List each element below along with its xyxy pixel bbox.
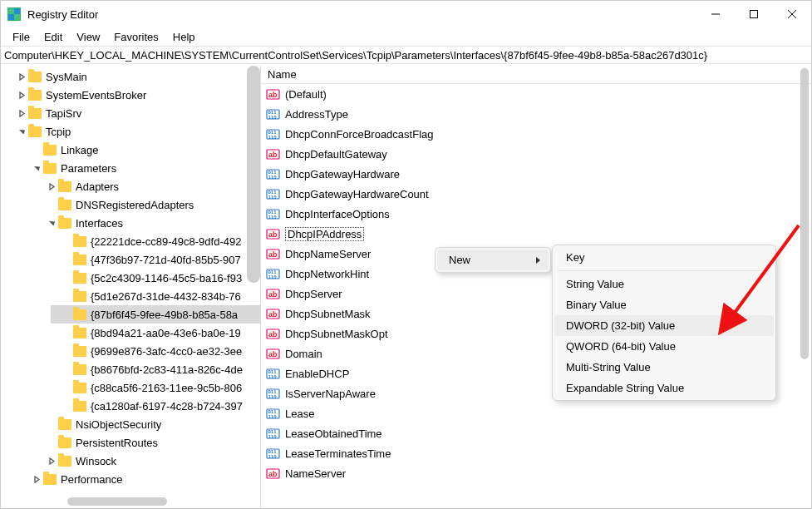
context-item[interactable]: QWORD (64-bit) Value	[554, 336, 774, 357]
context-item-label: Multi-String Value	[566, 361, 651, 373]
expander-icon[interactable]	[46, 437, 57, 448]
list-row[interactable]: abDhcpDefaultGateway	[261, 144, 798, 164]
expander-icon[interactable]	[46, 180, 57, 192]
tree-row[interactable]: Linkage	[1, 141, 260, 159]
menubar: File Edit View Favorites Help	[1, 27, 811, 46]
expander-icon[interactable]	[61, 290, 72, 302]
tree-row[interactable]: {8bd94a21-aa0e-43e6-ba0e-19	[1, 324, 260, 342]
context-item-new[interactable]: New	[437, 250, 549, 270]
expander-icon[interactable]	[31, 473, 42, 485]
binary-value-icon: 011110	[266, 427, 280, 441]
tree-row[interactable]: PersistentRoutes	[1, 433, 260, 452]
menu-file[interactable]: File	[6, 29, 37, 45]
expander-icon[interactable]	[46, 199, 57, 210]
tree-row[interactable]: Interfaces	[1, 214, 260, 232]
list-row[interactable]: abNameServer	[261, 463, 798, 483]
expander-icon[interactable]	[31, 144, 42, 156]
tree-row[interactable]: Parameters	[1, 159, 260, 177]
string-value-icon: ab	[266, 87, 280, 101]
expander-icon[interactable]	[46, 418, 57, 430]
context-item[interactable]: DWORD (32-bit) Value	[554, 315, 774, 336]
list-row-name: DhcpDefaultGateway	[285, 148, 387, 161]
context-item[interactable]: Expandable String Value	[554, 378, 774, 398]
list-row[interactable]: abDhcpIPAddress	[261, 224, 798, 244]
tree-row[interactable]: {b8676bfd-2c83-411a-826c-4de	[1, 360, 260, 378]
tree-row-label: Interfaces	[76, 217, 123, 230]
tree-row[interactable]: TapiSrv	[1, 104, 260, 122]
svg-text:ab: ab	[268, 230, 278, 239]
expander-icon[interactable]	[61, 327, 72, 339]
close-button[interactable]	[773, 1, 811, 27]
tree-row[interactable]: Performance	[1, 470, 260, 488]
list-row[interactable]: 011110DhcpGatewayHardwareCount	[261, 184, 798, 204]
expander-icon[interactable]	[16, 126, 27, 137]
expander-icon[interactable]	[61, 400, 72, 412]
folder-icon	[73, 273, 86, 284]
expander-icon[interactable]	[61, 363, 72, 375]
tree-row[interactable]: {5c2c4309-1146-45c5-ba16-f93	[1, 269, 260, 287]
tree-row[interactable]: {c88ca5f6-2163-11ee-9c5b-806	[1, 378, 260, 397]
expander-icon[interactable]	[61, 309, 72, 320]
expander-icon[interactable]	[31, 162, 42, 174]
expander-icon[interactable]	[61, 235, 72, 247]
list-row[interactable]: 011110AddressType	[261, 104, 798, 124]
list-row[interactable]: 011110DhcpGatewayHardware	[261, 164, 798, 184]
list-row-name: DhcpInterfaceOptions	[285, 208, 390, 220]
context-item[interactable]: Multi-String Value	[554, 357, 774, 378]
menu-favorites[interactable]: Favorites	[107, 29, 165, 45]
tree-row[interactable]: SystemEventsBroker	[1, 86, 260, 104]
context-item-label: Expandable String Value	[566, 382, 684, 394]
expander-icon[interactable]	[46, 217, 57, 229]
minimize-button[interactable]	[696, 1, 735, 27]
list-row[interactable]: 011110Lease	[261, 403, 798, 423]
menu-view[interactable]: View	[70, 29, 106, 45]
list-header[interactable]: Name	[261, 66, 811, 84]
expander-icon[interactable]	[61, 254, 72, 265]
svg-text:ab: ab	[268, 151, 278, 159]
expander-icon[interactable]	[16, 71, 27, 82]
list-row[interactable]: 011110DhcpInterfaceOptions	[261, 204, 798, 224]
list-vertical-scrollbar[interactable]	[800, 68, 809, 359]
tree-row[interactable]: {22221dce-cc89-49c8-9dfd-492	[1, 232, 260, 250]
tree-row[interactable]: Tcpip	[1, 122, 260, 141]
tree-horizontal-scrollbar[interactable]	[1, 495, 260, 508]
tree-row-label: PersistentRoutes	[76, 437, 158, 449]
tree-row-label: Parameters	[61, 162, 116, 175]
expander-icon[interactable]	[16, 107, 27, 119]
list-row[interactable]: 011110DhcpConnForceBroadcastFlag	[261, 124, 798, 144]
menu-help[interactable]: Help	[166, 29, 202, 45]
context-item[interactable]: Key	[554, 247, 774, 268]
svg-text:110: 110	[268, 373, 278, 378]
list-row-name: DhcpNetworkHint	[285, 268, 369, 280]
expander-icon[interactable]	[61, 382, 72, 393]
tree-row[interactable]: {5d1e267d-31de-4432-834b-76	[1, 287, 260, 305]
expander-icon[interactable]	[16, 89, 27, 101]
context-item[interactable]: String Value	[554, 274, 774, 294]
list-row-name: (Default)	[285, 88, 327, 101]
tree-row[interactable]: Winsock	[1, 452, 260, 470]
context-item[interactable]: Binary Value	[554, 294, 774, 315]
tree-row[interactable]: {87bf6f45-9fee-49b8-b85a-58a	[1, 305, 260, 324]
tree-row[interactable]: SysMain	[1, 67, 260, 86]
tree-row[interactable]: {47f36b97-721d-40fd-85b5-907	[1, 250, 260, 269]
menu-edit[interactable]: Edit	[37, 29, 69, 45]
maximize-button[interactable]	[735, 1, 773, 27]
tree-row-label: Linkage	[61, 144, 99, 156]
tree-row[interactable]: Adapters	[1, 177, 260, 195]
expander-icon[interactable]	[61, 272, 72, 284]
tree-row-label: {87bf6f45-9fee-49b8-b85a-58a	[91, 309, 238, 321]
list-row[interactable]: ab(Default)	[261, 84, 798, 104]
address-bar[interactable]: Computer\HKEY_LOCAL_MACHINE\SYSTEM\Curre…	[1, 46, 811, 64]
tree-row[interactable]: NsiObjectSecurity	[1, 415, 260, 433]
list-row[interactable]: 011110LeaseObtainedTime	[261, 423, 798, 443]
string-value-icon: ab	[266, 247, 280, 261]
tree-row-label: DNSRegisteredAdapters	[76, 199, 194, 211]
tree-row[interactable]: {ca1280af-6197-4c28-b724-397	[1, 397, 260, 415]
folder-icon	[58, 181, 71, 192]
list-row[interactable]: 011110LeaseTerminatesTime	[261, 443, 798, 463]
tree-row[interactable]: {9699e876-3afc-4cc0-ae32-3ee	[1, 342, 260, 360]
expander-icon[interactable]	[61, 345, 72, 357]
tree-row[interactable]: DNSRegisteredAdapters	[1, 195, 260, 214]
svg-text:ab: ab	[268, 91, 278, 99]
expander-icon[interactable]	[46, 455, 57, 467]
